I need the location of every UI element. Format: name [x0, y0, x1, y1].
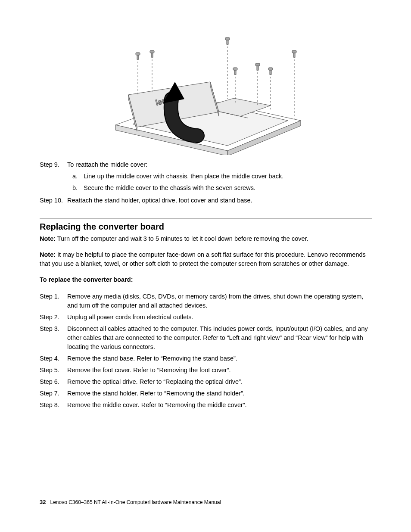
step-6: Step 6. Remove the optical drive. Refer …: [40, 377, 372, 386]
svg-rect-12: [136, 53, 140, 55]
footer-doc-title: Lenovo C360–365 NT All-In-One ComputerHa…: [50, 499, 221, 505]
step-9: Step 9. To reattach the middle cover: a.…: [40, 160, 372, 193]
screw-icon: [225, 37, 230, 99]
step-7: Step 7. Remove the stand holder. Refer t…: [40, 389, 372, 398]
cover-removal-figure: lenovo: [98, 34, 314, 155]
svg-rect-15: [150, 50, 154, 53]
svg-rect-30: [292, 50, 296, 53]
step-2: Step 2. Unplug all power cords from elec…: [40, 313, 372, 322]
step-text: Remove the optical drive. Refer to “Repl…: [67, 377, 372, 386]
svg-rect-21: [233, 68, 237, 70]
step-text: Remove the stand base. Refer to “Removin…: [67, 354, 372, 363]
screw-icon: [136, 53, 140, 95]
svg-rect-25: [257, 66, 258, 70]
sub-text: Line up the middle cover with chassis, t…: [84, 172, 372, 181]
section-divider: [40, 218, 372, 218]
step-label: Step 7.: [40, 389, 67, 398]
step-text: Unplug all power cords from electrical o…: [67, 313, 372, 322]
screw-icon: [292, 50, 296, 118]
step-text: Disconnect all cables attached to the co…: [67, 324, 372, 352]
note-label: Note:: [40, 235, 56, 242]
step-1: Step 1. Remove any media (disks, CDs, DV…: [40, 292, 372, 310]
step-text: Remove the stand holder. Refer to “Remov…: [67, 389, 372, 398]
step-text: Remove the foot cover. Refer to “Removin…: [67, 366, 372, 375]
svg-rect-18: [225, 37, 230, 40]
sub-label: a.: [67, 172, 84, 181]
step-text: To reattach the middle cover:: [67, 161, 147, 168]
step-text: Remove any media (disks, CDs, DVDs, or m…: [67, 292, 372, 310]
step-label: Step 9.: [40, 160, 67, 193]
step-4: Step 4. Remove the stand base. Refer to …: [40, 354, 372, 363]
step-label: Step 6.: [40, 377, 67, 386]
step-5: Step 5. Remove the foot cover. Refer to …: [40, 366, 372, 375]
step-label: Step 8.: [40, 401, 67, 410]
step-label: Step 2.: [40, 313, 67, 322]
step-text: Remove the middle cover. Refer to “Remov…: [67, 401, 372, 410]
screw-icon: [255, 63, 260, 106]
screw-icon: [233, 68, 237, 103]
svg-rect-24: [255, 63, 260, 66]
screw-icon: [268, 68, 273, 110]
note-1: Note: Turn off the computer and wait 3 t…: [40, 234, 372, 243]
procedure-steps: Step 1. Remove any media (disks, CDs, DV…: [40, 292, 372, 410]
page-footer: 32Lenovo C360–365 NT All-In-One Computer…: [40, 499, 221, 505]
svg-rect-31: [293, 53, 295, 57]
svg-rect-16: [151, 53, 153, 57]
step-label: Step 3.: [40, 324, 67, 352]
step-label: Step 1.: [40, 292, 67, 310]
note-text: It may be helpful to place the computer …: [40, 251, 366, 267]
step-text: Reattach the stand holder, optical drive…: [67, 196, 372, 205]
screw-icon: [150, 50, 154, 93]
procedure-sub-heading: To replace the converter board:: [40, 275, 372, 284]
step-10: Step 10. Reattach the stand holder, opti…: [40, 196, 372, 205]
svg-rect-13: [137, 55, 139, 59]
step-9-sub-b: b. Secure the middle cover to the chassi…: [67, 184, 372, 193]
note-2: Note: It may be helpful to place the com…: [40, 250, 372, 268]
page-number: 32: [40, 499, 46, 505]
section-heading: Replacing the converter board: [40, 222, 372, 232]
step-label: Step 10.: [40, 196, 67, 205]
sub-label: b.: [67, 184, 84, 193]
svg-rect-19: [227, 40, 228, 44]
svg-rect-22: [234, 70, 236, 75]
svg-rect-28: [270, 70, 271, 75]
note-label: Note:: [40, 251, 56, 258]
step-label: Step 5.: [40, 366, 67, 375]
step-9-sub-a: a. Line up the middle cover with chassis…: [67, 172, 372, 181]
document-page: lenovo: [0, 0, 411, 532]
sub-text: Secure the middle cover to the chassis w…: [84, 184, 372, 193]
step-8: Step 8. Remove the middle cover. Refer t…: [40, 401, 372, 410]
svg-rect-27: [268, 68, 273, 70]
step-3: Step 3. Disconnect all cables attached t…: [40, 324, 372, 352]
note-text: Turn off the computer and wait 3 to 5 mi…: [56, 235, 308, 242]
step-label: Step 4.: [40, 354, 67, 363]
